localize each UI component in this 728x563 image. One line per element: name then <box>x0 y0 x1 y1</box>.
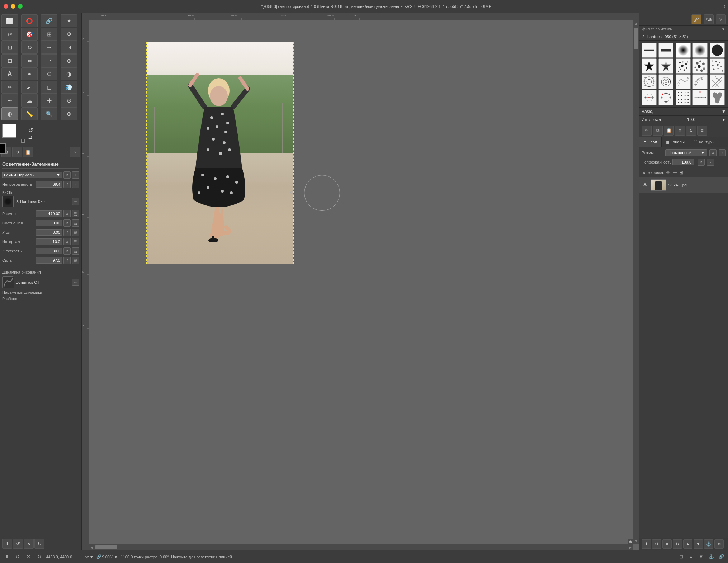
lock-pos-icon[interactable]: ✛ <box>673 170 677 175</box>
tab-paths[interactable]: ⌒ Контуры <box>689 137 719 147</box>
hardness-reset-btn[interactable]: ↺ <box>63 247 71 255</box>
warp-tool[interactable]: 〰 <box>41 54 57 67</box>
brush-cell-star2[interactable] <box>658 58 673 74</box>
tab-channels[interactable]: ||| Каналы <box>662 137 689 147</box>
shear-tool[interactable]: ⊿ <box>61 41 77 54</box>
brush-cell-scatter1[interactable] <box>676 58 691 74</box>
canvas-viewport[interactable]: ⊕ <box>89 20 633 544</box>
color-picker-tool[interactable]: 🔍 <box>41 107 57 120</box>
blend-tool[interactable]: ◑ <box>61 67 77 80</box>
layer-bottom-icon1[interactable]: ⬆ <box>642 539 651 549</box>
brush-action-edit[interactable]: ✏ <box>642 126 652 136</box>
brush-action-delete[interactable]: ✕ <box>675 126 685 136</box>
brush-action-copy[interactable]: 📋 <box>664 126 674 136</box>
path-tool[interactable]: ✒ <box>21 67 38 80</box>
ink-tool[interactable]: ✒ <box>1 94 18 107</box>
layer-bottom-icon3[interactable]: ✕ <box>662 539 672 549</box>
clone-tool[interactable]: ⊙ <box>61 94 77 107</box>
canvas-image[interactable] <box>147 42 293 264</box>
layer-opacity-value[interactable]: 100.0 <box>672 159 694 165</box>
tool-mode-icon2[interactable]: ↺ <box>12 147 22 157</box>
bottom-icon3[interactable]: ✕ <box>24 539 34 549</box>
heal-tool[interactable]: ✚ <box>41 94 57 107</box>
hardness-chain-btn[interactable]: ⛓ <box>72 247 79 255</box>
ratio-value[interactable]: 0.00 <box>36 220 62 226</box>
statusbar-anchor-icon[interactable]: ⚓ <box>707 553 715 561</box>
layer-item[interactable]: 👁 9358-3.jpg <box>639 177 728 193</box>
crop-tool[interactable]: ⊡ <box>1 41 18 54</box>
scroll-down-btn[interactable]: ▼ <box>634 538 638 544</box>
mode-reset-btn[interactable]: ↺ <box>63 171 71 179</box>
brush-cell-hardness050[interactable] <box>676 43 691 58</box>
brush-cell-line1[interactable] <box>642 43 657 58</box>
size-value[interactable]: 479.00 <box>36 210 62 217</box>
ellipse-select-tool[interactable]: ⭕ <box>21 14 38 27</box>
window-controls[interactable] <box>4 4 23 9</box>
airbrush-tool[interactable]: 💨 <box>61 81 77 94</box>
scale-tool[interactable]: ↔ <box>41 41 57 54</box>
opacity-extra-btn[interactable]: › <box>72 181 79 188</box>
force-value[interactable]: 97.0 <box>36 257 62 264</box>
brush-cell-plus-dot2[interactable] <box>658 90 673 105</box>
brush-cell-circle-scatter1[interactable] <box>642 74 657 89</box>
free-select-tool[interactable]: 🔗 <box>41 14 57 27</box>
pencil-tool[interactable]: ✏ <box>1 81 18 94</box>
statusbar-chain-icon[interactable]: 🔗 <box>717 553 725 561</box>
layer-opacity-reset[interactable]: ↺ <box>698 159 705 166</box>
expand-icon[interactable]: › <box>70 147 80 157</box>
eraser-tool[interactable]: ◻ <box>41 81 57 94</box>
bottom-icon4[interactable]: ↻ <box>34 539 44 549</box>
bottom-icon1[interactable]: ⬆ <box>2 539 12 549</box>
minimize-button[interactable] <box>11 4 15 9</box>
force-chain-btn[interactable]: ⛓ <box>72 257 79 264</box>
statusbar-icon1[interactable]: ⬆ <box>3 553 11 561</box>
paintbucket-tool[interactable]: ⬡ <box>41 67 57 80</box>
statusbar-up-icon[interactable]: ▲ <box>687 553 695 561</box>
tab-layers[interactable]: ≡ Слои <box>639 137 662 147</box>
scissors-select-tool[interactable]: ✂ <box>1 28 18 41</box>
brush-action-refresh[interactable]: ↻ <box>686 126 696 136</box>
flip-tool[interactable]: ⇔ <box>21 54 38 67</box>
statusbar-unit[interactable]: px ▼ <box>85 555 94 559</box>
fuzzy-select-tool[interactable]: ✦ <box>61 14 77 27</box>
brush-cell-wispy1[interactable] <box>676 74 691 89</box>
tool-mode-icon3[interactable]: 📋 <box>23 147 33 157</box>
angle-reset-btn[interactable]: ↺ <box>63 229 71 236</box>
statusbar-icon4[interactable]: ↻ <box>35 553 43 561</box>
layer-mode-dropdown[interactable]: Нормальный ▼ <box>665 149 707 156</box>
statusbar-zoom[interactable]: 🔗 9.09% ▼ <box>96 554 118 559</box>
help-icon-btn[interactable]: ? <box>716 14 726 24</box>
foreground-color[interactable] <box>2 124 16 138</box>
statusbar-grid-icon[interactable]: ⊞ <box>677 553 685 561</box>
lock-paint-icon[interactable]: ✏ <box>666 170 671 175</box>
angle-chain-btn[interactable]: ⛓ <box>72 229 79 236</box>
hardness-value[interactable]: 80.0 <box>36 248 62 254</box>
move-tool[interactable]: ✥ <box>61 28 77 41</box>
layer-bottom-icon2[interactable]: ↺ <box>652 539 661 549</box>
maximize-button[interactable] <box>18 4 23 9</box>
font-icon-btn[interactable]: Aa <box>704 14 714 24</box>
dodge-burn-tool[interactable]: ◐ <box>1 107 18 120</box>
interval-reset-btn[interactable]: ↺ <box>63 238 71 245</box>
layer-bottom-anchor[interactable]: ⚓ <box>704 539 713 549</box>
layer-visibility-toggle[interactable]: 👁 <box>642 181 649 189</box>
zoom-tool[interactable]: ⊕ <box>61 107 77 120</box>
handle-transform-tool[interactable]: ⊕ <box>61 54 77 67</box>
ratio-reset-btn[interactable]: ↺ <box>63 219 71 227</box>
interval-chain-btn[interactable]: ⛓ <box>72 238 79 245</box>
reset-colors-icon[interactable]: ↺ <box>28 127 33 134</box>
measure-tool[interactable]: 📏 <box>21 107 38 120</box>
layer-bottom-down[interactable]: ▼ <box>694 539 703 549</box>
brush-cell-circle-scatter2[interactable] <box>658 74 673 89</box>
scroll-corner[interactable]: ⊕ <box>628 539 633 544</box>
size-chain-btn[interactable]: ⛓ <box>72 210 79 217</box>
brush-cell-plus-dot1[interactable] <box>642 90 657 105</box>
dynamics-edit-btn[interactable]: ✏ <box>72 279 79 286</box>
brush-cell-leaf[interactable] <box>710 90 725 105</box>
vertical-scroll-thumb[interactable] <box>634 28 638 49</box>
size-reset-btn[interactable]: ↺ <box>63 210 71 217</box>
brush-cell-hard[interactable] <box>710 43 725 58</box>
foreground-select-tool[interactable]: 🎯 <box>21 28 38 41</box>
layer-mode-reset[interactable]: ↺ <box>709 149 717 156</box>
background-color[interactable] <box>0 143 6 154</box>
